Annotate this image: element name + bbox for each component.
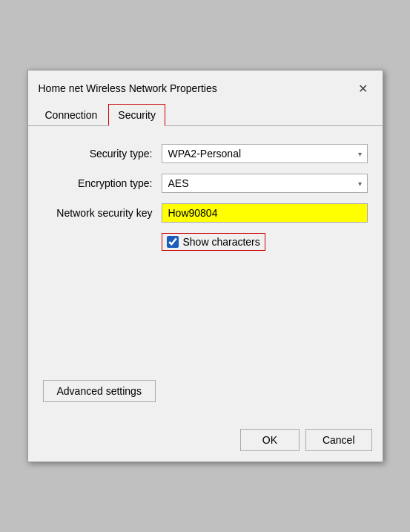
network-key-row: Network security key [43,203,368,223]
show-characters-row: Show characters [162,233,368,251]
encryption-type-dropdown-wrapper: AES TKIP ▾ [162,174,368,193]
network-key-label: Network security key [43,207,162,219]
tab-security[interactable]: Security [108,104,165,126]
encryption-type-select[interactable]: AES TKIP [162,174,368,193]
tab-bar: Connection Security [28,103,383,126]
security-type-dropdown-wrapper: WPA2-Personal WPA3-Personal WPA2/WPA3-Pe… [162,144,368,163]
show-characters-wrapper: Show characters [162,233,265,251]
title-bar: Home net Wireless Network Properties ✕ [28,70,383,103]
dialog-footer: OK Cancel [28,421,383,462]
encryption-type-label: Encryption type: [43,177,162,189]
dialog-window: Home net Wireless Network Properties ✕ C… [27,70,383,462]
window-title: Home net Wireless Network Properties [39,82,217,94]
network-key-input-wrapper [162,203,368,223]
show-characters-checkbox[interactable] [167,236,179,248]
ok-button[interactable]: OK [240,429,300,451]
encryption-type-row: Encryption type: AES TKIP ▾ [43,174,368,193]
close-button[interactable]: ✕ [353,78,374,99]
tab-content: Security type: WPA2-Personal WPA3-Person… [28,126,383,421]
security-type-select[interactable]: WPA2-Personal WPA3-Personal WPA2/WPA3-Pe… [162,144,368,163]
cancel-button[interactable]: Cancel [305,429,372,451]
content-spacer [43,261,368,365]
tab-connection[interactable]: Connection [36,104,108,126]
advanced-settings-button[interactable]: Advanced settings [43,380,156,402]
network-key-input[interactable] [162,203,368,223]
security-type-row: Security type: WPA2-Personal WPA3-Person… [43,144,368,163]
show-characters-label[interactable]: Show characters [183,236,260,248]
security-type-label: Security type: [43,148,162,160]
